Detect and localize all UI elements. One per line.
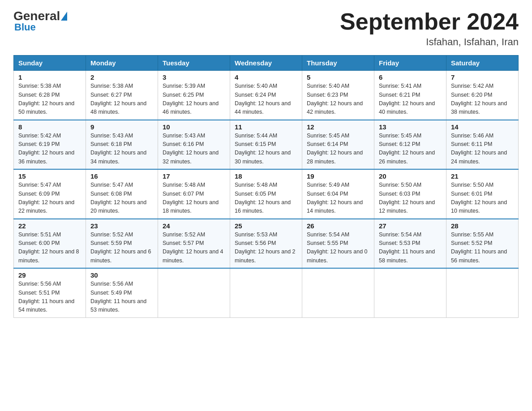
table-row: 16 Sunrise: 5:47 AMSunset: 6:08 PMDaylig…	[86, 169, 158, 219]
table-row: 30 Sunrise: 5:56 AMSunset: 5:49 PMDaylig…	[86, 268, 158, 317]
day-number: 26	[307, 222, 369, 230]
day-number: 27	[379, 222, 442, 230]
col-sunday: Sunday	[14, 56, 86, 71]
day-info: Sunrise: 5:50 AMSunset: 6:03 PMDaylight:…	[379, 182, 435, 214]
day-number: 23	[90, 222, 153, 230]
day-number: 21	[451, 172, 514, 180]
main-title: September 2024	[340, 9, 519, 34]
day-number: 22	[18, 222, 81, 230]
table-row	[158, 268, 230, 317]
day-number: 14	[451, 123, 514, 131]
day-number: 30	[90, 271, 153, 279]
day-info: Sunrise: 5:39 AMSunset: 6:25 PMDaylight:…	[163, 83, 219, 115]
col-monday: Monday	[86, 56, 158, 71]
day-number: 11	[235, 123, 297, 131]
table-row: 10 Sunrise: 5:43 AMSunset: 6:16 PMDaylig…	[158, 120, 230, 170]
table-row: 18 Sunrise: 5:48 AMSunset: 6:05 PMDaylig…	[230, 169, 302, 219]
table-row: 24 Sunrise: 5:52 AMSunset: 5:57 PMDaylig…	[158, 219, 230, 269]
day-info: Sunrise: 5:53 AMSunset: 5:56 PMDaylight:…	[235, 231, 296, 264]
day-number: 2	[90, 73, 153, 81]
table-row: 28 Sunrise: 5:55 AMSunset: 5:52 PMDaylig…	[446, 219, 519, 269]
day-info: Sunrise: 5:45 AMSunset: 6:14 PMDaylight:…	[307, 133, 363, 165]
table-row: 3 Sunrise: 5:39 AMSunset: 6:25 PMDayligh…	[158, 71, 230, 120]
table-row: 15 Sunrise: 5:47 AMSunset: 6:09 PMDaylig…	[14, 169, 86, 219]
day-info: Sunrise: 5:54 AMSunset: 5:53 PMDaylight:…	[379, 231, 435, 264]
table-row: 22 Sunrise: 5:51 AMSunset: 6:00 PMDaylig…	[14, 219, 86, 269]
table-row: 2 Sunrise: 5:38 AMSunset: 6:27 PMDayligh…	[86, 71, 158, 120]
table-row: 21 Sunrise: 5:50 AMSunset: 6:01 PMDaylig…	[446, 169, 519, 219]
day-number: 17	[163, 172, 225, 180]
title-block: September 2024 Isfahan, Isfahan, Iran	[340, 9, 519, 48]
day-info: Sunrise: 5:40 AMSunset: 6:24 PMDaylight:…	[235, 83, 291, 115]
table-row	[374, 268, 446, 317]
day-number: 8	[18, 123, 81, 131]
day-info: Sunrise: 5:49 AMSunset: 6:04 PMDaylight:…	[307, 182, 363, 214]
day-number: 7	[451, 73, 514, 81]
day-info: Sunrise: 5:47 AMSunset: 6:08 PMDaylight:…	[90, 182, 146, 214]
table-row: 7 Sunrise: 5:42 AMSunset: 6:20 PMDayligh…	[446, 71, 519, 120]
table-row: 29 Sunrise: 5:56 AMSunset: 5:51 PMDaylig…	[14, 268, 86, 317]
day-info: Sunrise: 5:43 AMSunset: 6:18 PMDaylight:…	[90, 133, 146, 165]
day-info: Sunrise: 5:48 AMSunset: 6:07 PMDaylight:…	[163, 182, 219, 214]
day-number: 29	[18, 271, 81, 279]
day-info: Sunrise: 5:55 AMSunset: 5:52 PMDaylight:…	[451, 231, 507, 264]
day-info: Sunrise: 5:43 AMSunset: 6:16 PMDaylight:…	[163, 133, 219, 165]
day-number: 1	[18, 73, 81, 81]
table-row: 25 Sunrise: 5:53 AMSunset: 5:56 PMDaylig…	[230, 219, 302, 269]
table-row	[230, 268, 302, 317]
day-number: 19	[307, 172, 369, 180]
day-info: Sunrise: 5:38 AMSunset: 6:27 PMDaylight:…	[90, 83, 146, 115]
day-info: Sunrise: 5:56 AMSunset: 5:51 PMDaylight:…	[18, 281, 74, 313]
day-number: 20	[379, 172, 442, 180]
day-info: Sunrise: 5:54 AMSunset: 5:55 PMDaylight:…	[307, 231, 368, 264]
day-info: Sunrise: 5:42 AMSunset: 6:19 PMDaylight:…	[18, 133, 74, 165]
table-row: 14 Sunrise: 5:46 AMSunset: 6:11 PMDaylig…	[446, 120, 519, 170]
table-row: 17 Sunrise: 5:48 AMSunset: 6:07 PMDaylig…	[158, 169, 230, 219]
day-number: 6	[379, 73, 442, 81]
table-row: 4 Sunrise: 5:40 AMSunset: 6:24 PMDayligh…	[230, 71, 302, 120]
col-friday: Friday	[374, 56, 446, 71]
day-number: 28	[451, 222, 514, 230]
table-row: 5 Sunrise: 5:40 AMSunset: 6:23 PMDayligh…	[302, 71, 374, 120]
day-number: 16	[90, 172, 153, 180]
day-number: 12	[307, 123, 369, 131]
calendar-header-row: Sunday Monday Tuesday Wednesday Thursday…	[14, 56, 519, 71]
day-info: Sunrise: 5:52 AMSunset: 5:59 PMDaylight:…	[90, 231, 151, 264]
day-number: 10	[163, 123, 225, 131]
logo-blue-text: Blue	[13, 21, 36, 33]
day-info: Sunrise: 5:51 AMSunset: 6:00 PMDaylight:…	[18, 231, 79, 264]
day-info: Sunrise: 5:47 AMSunset: 6:09 PMDaylight:…	[18, 182, 74, 214]
calendar-table: Sunday Monday Tuesday Wednesday Thursday…	[13, 55, 519, 318]
day-info: Sunrise: 5:42 AMSunset: 6:20 PMDaylight:…	[451, 83, 507, 115]
day-info: Sunrise: 5:48 AMSunset: 6:05 PMDaylight:…	[235, 182, 291, 214]
table-row: 20 Sunrise: 5:50 AMSunset: 6:03 PMDaylig…	[374, 169, 446, 219]
day-info: Sunrise: 5:50 AMSunset: 6:01 PMDaylight:…	[451, 182, 507, 214]
day-number: 24	[163, 222, 225, 230]
day-number: 9	[90, 123, 153, 131]
table-row: 6 Sunrise: 5:41 AMSunset: 6:21 PMDayligh…	[374, 71, 446, 120]
col-saturday: Saturday	[446, 56, 519, 71]
table-row: 23 Sunrise: 5:52 AMSunset: 5:59 PMDaylig…	[86, 219, 158, 269]
day-number: 4	[235, 73, 297, 81]
day-info: Sunrise: 5:38 AMSunset: 6:28 PMDaylight:…	[18, 83, 74, 115]
table-row: 13 Sunrise: 5:45 AMSunset: 6:12 PMDaylig…	[374, 120, 446, 170]
table-row: 19 Sunrise: 5:49 AMSunset: 6:04 PMDaylig…	[302, 169, 374, 219]
day-number: 13	[379, 123, 442, 131]
location-subtitle: Isfahan, Isfahan, Iran	[340, 36, 519, 48]
day-number: 15	[18, 172, 81, 180]
day-info: Sunrise: 5:40 AMSunset: 6:23 PMDaylight:…	[307, 83, 363, 115]
table-row: 11 Sunrise: 5:44 AMSunset: 6:15 PMDaylig…	[230, 120, 302, 170]
day-number: 18	[235, 172, 297, 180]
page-header: General Blue September 2024 Isfahan, Isf…	[13, 9, 519, 48]
table-row	[302, 268, 374, 317]
col-thursday: Thursday	[302, 56, 374, 71]
table-row: 12 Sunrise: 5:45 AMSunset: 6:14 PMDaylig…	[302, 120, 374, 170]
table-row: 26 Sunrise: 5:54 AMSunset: 5:55 PMDaylig…	[302, 219, 374, 269]
day-info: Sunrise: 5:56 AMSunset: 5:49 PMDaylight:…	[90, 281, 146, 313]
table-row	[446, 268, 519, 317]
day-number: 5	[307, 73, 369, 81]
table-row: 8 Sunrise: 5:42 AMSunset: 6:19 PMDayligh…	[14, 120, 86, 170]
logo: General Blue	[13, 9, 68, 33]
day-number: 3	[163, 73, 225, 81]
logo-triangle-icon	[61, 12, 67, 21]
